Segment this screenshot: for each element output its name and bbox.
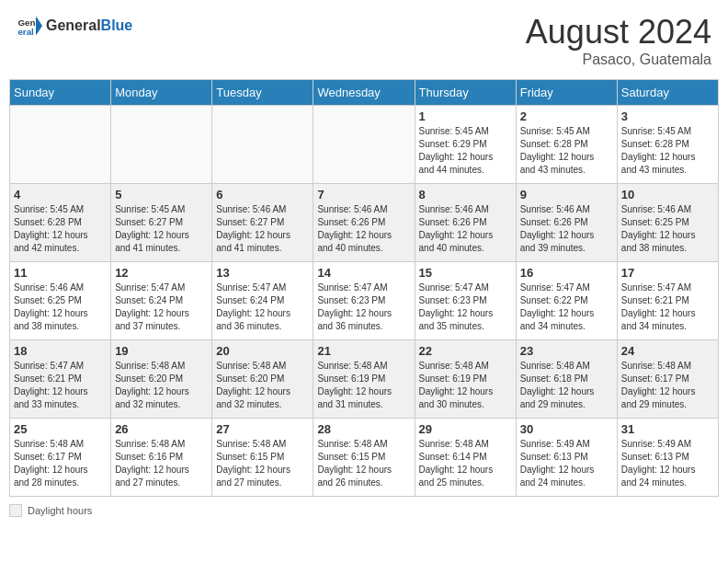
day-number: 23 (520, 344, 613, 358)
col-header-saturday: Saturday (617, 80, 718, 106)
day-info: Sunrise: 5:48 AMSunset: 6:20 PMDaylight:… (216, 360, 309, 411)
logo-icon: Gen eral (17, 13, 42, 39)
day-number: 24 (621, 344, 714, 358)
day-info: Sunrise: 5:46 AMSunset: 6:26 PMDaylight:… (317, 203, 410, 255)
day-number: 28 (317, 422, 410, 436)
day-number: 31 (621, 422, 714, 436)
calendar-cell: 19Sunrise: 5:48 AMSunset: 6:20 PMDayligh… (111, 340, 212, 419)
day-number: 14 (317, 266, 410, 280)
day-info: Sunrise: 5:48 AMSunset: 6:17 PMDaylight:… (14, 438, 107, 489)
day-number: 12 (115, 266, 208, 280)
calendar-cell: 20Sunrise: 5:48 AMSunset: 6:20 PMDayligh… (212, 340, 313, 419)
calendar-cell: 22Sunrise: 5:48 AMSunset: 6:19 PMDayligh… (415, 340, 516, 419)
day-number: 3 (621, 109, 714, 123)
day-number: 8 (419, 188, 512, 201)
day-number: 10 (621, 188, 714, 201)
footer-note-text: Daylight hours (28, 505, 92, 516)
day-number: 2 (520, 109, 613, 123)
day-number: 15 (419, 266, 512, 280)
calendar-header-row: SundayMondayTuesdayWednesdayThursdayFrid… (10, 80, 719, 106)
day-info: Sunrise: 5:48 AMSunset: 6:17 PMDaylight:… (621, 360, 714, 411)
calendar-cell: 12Sunrise: 5:47 AMSunset: 6:24 PMDayligh… (111, 262, 212, 340)
day-number: 16 (520, 266, 613, 280)
day-info: Sunrise: 5:46 AMSunset: 6:26 PMDaylight:… (419, 203, 512, 255)
day-info: Sunrise: 5:48 AMSunset: 6:15 PMDaylight:… (216, 438, 309, 489)
calendar-week-1: 4Sunrise: 5:45 AMSunset: 6:28 PMDaylight… (10, 184, 719, 262)
day-info: Sunrise: 5:47 AMSunset: 6:22 PMDaylight:… (520, 282, 613, 333)
day-number: 25 (14, 422, 107, 436)
calendar-cell: 16Sunrise: 5:47 AMSunset: 6:22 PMDayligh… (516, 262, 617, 340)
calendar-cell: 6Sunrise: 5:46 AMSunset: 6:27 PMDaylight… (212, 184, 313, 262)
day-number: 6 (216, 188, 309, 201)
calendar-cell (10, 106, 111, 184)
calendar-cell (313, 106, 415, 184)
calendar-cell: 26Sunrise: 5:48 AMSunset: 6:16 PMDayligh… (111, 419, 212, 497)
calendar-cell: 13Sunrise: 5:47 AMSunset: 6:24 PMDayligh… (212, 262, 313, 340)
day-info: Sunrise: 5:48 AMSunset: 6:19 PMDaylight:… (419, 360, 512, 411)
day-number: 22 (419, 344, 512, 358)
day-info: Sunrise: 5:47 AMSunset: 6:21 PMDaylight:… (621, 282, 714, 333)
day-info: Sunrise: 5:48 AMSunset: 6:16 PMDaylight:… (115, 438, 208, 489)
calendar-cell: 2Sunrise: 5:45 AMSunset: 6:28 PMDaylight… (516, 106, 617, 184)
logo: Gen eral GeneralBlue (17, 13, 132, 39)
day-info: Sunrise: 5:48 AMSunset: 6:15 PMDaylight:… (317, 438, 410, 489)
calendar-cell: 29Sunrise: 5:48 AMSunset: 6:14 PMDayligh… (415, 419, 516, 497)
day-number: 1 (419, 109, 512, 123)
day-info: Sunrise: 5:47 AMSunset: 6:24 PMDaylight:… (216, 282, 309, 333)
col-header-wednesday: Wednesday (313, 80, 415, 106)
day-info: Sunrise: 5:48 AMSunset: 6:14 PMDaylight:… (419, 438, 512, 489)
day-info: Sunrise: 5:47 AMSunset: 6:21 PMDaylight:… (14, 360, 107, 411)
day-info: Sunrise: 5:45 AMSunset: 6:27 PMDaylight:… (115, 203, 208, 255)
svg-marker-2 (36, 17, 42, 36)
calendar-cell: 17Sunrise: 5:47 AMSunset: 6:21 PMDayligh… (617, 262, 718, 340)
day-number: 27 (216, 422, 309, 436)
page-header: Gen eral GeneralBlue August 2024 Pasaco,… (9, 9, 719, 72)
day-info: Sunrise: 5:48 AMSunset: 6:18 PMDaylight:… (520, 360, 613, 411)
day-number: 20 (216, 344, 309, 358)
calendar-cell: 28Sunrise: 5:48 AMSunset: 6:15 PMDayligh… (313, 419, 415, 497)
col-header-tuesday: Tuesday (212, 80, 313, 106)
day-info: Sunrise: 5:45 AMSunset: 6:29 PMDaylight:… (419, 125, 512, 177)
day-info: Sunrise: 5:49 AMSunset: 6:13 PMDaylight:… (621, 438, 714, 489)
logo-general: General (46, 17, 101, 33)
footer-note: Daylight hours (9, 504, 719, 517)
calendar-cell: 8Sunrise: 5:46 AMSunset: 6:26 PMDaylight… (415, 184, 516, 262)
day-number: 4 (14, 188, 107, 201)
day-number: 26 (115, 422, 208, 436)
logo-blue: Blue (101, 17, 133, 33)
calendar-cell: 5Sunrise: 5:45 AMSunset: 6:27 PMDaylight… (111, 184, 212, 262)
day-info: Sunrise: 5:45 AMSunset: 6:28 PMDaylight:… (14, 203, 107, 255)
col-header-monday: Monday (111, 80, 212, 106)
calendar-cell: 1Sunrise: 5:45 AMSunset: 6:29 PMDaylight… (415, 106, 516, 184)
calendar-cell (111, 106, 212, 184)
day-info: Sunrise: 5:46 AMSunset: 6:27 PMDaylight:… (216, 203, 309, 255)
day-number: 13 (216, 266, 309, 280)
calendar-week-0: 1Sunrise: 5:45 AMSunset: 6:29 PMDaylight… (10, 106, 719, 184)
calendar-cell: 10Sunrise: 5:46 AMSunset: 6:25 PMDayligh… (617, 184, 718, 262)
day-info: Sunrise: 5:48 AMSunset: 6:19 PMDaylight:… (317, 360, 410, 411)
day-info: Sunrise: 5:47 AMSunset: 6:23 PMDaylight:… (419, 282, 512, 333)
calendar-cell: 25Sunrise: 5:48 AMSunset: 6:17 PMDayligh… (10, 419, 111, 497)
calendar-table: SundayMondayTuesdayWednesdayThursdayFrid… (9, 79, 719, 497)
title-block: August 2024 Pasaco, Guatemala (526, 13, 711, 68)
calendar-cell: 7Sunrise: 5:46 AMSunset: 6:26 PMDaylight… (313, 184, 415, 262)
main-title: August 2024 (526, 13, 711, 52)
svg-text:eral: eral (17, 27, 34, 37)
day-number: 7 (317, 188, 410, 201)
calendar-cell (212, 106, 313, 184)
day-number: 19 (115, 344, 208, 358)
calendar-week-3: 18Sunrise: 5:47 AMSunset: 6:21 PMDayligh… (10, 340, 719, 419)
subtitle: Pasaco, Guatemala (526, 52, 711, 68)
calendar-cell: 24Sunrise: 5:48 AMSunset: 6:17 PMDayligh… (617, 340, 718, 419)
day-info: Sunrise: 5:47 AMSunset: 6:24 PMDaylight:… (115, 282, 208, 333)
footer-note-box (9, 504, 22, 517)
day-info: Sunrise: 5:46 AMSunset: 6:25 PMDaylight:… (621, 203, 714, 255)
calendar-cell: 31Sunrise: 5:49 AMSunset: 6:13 PMDayligh… (617, 419, 718, 497)
calendar-cell: 3Sunrise: 5:45 AMSunset: 6:28 PMDaylight… (617, 106, 718, 184)
calendar-cell: 21Sunrise: 5:48 AMSunset: 6:19 PMDayligh… (313, 340, 415, 419)
calendar-cell: 18Sunrise: 5:47 AMSunset: 6:21 PMDayligh… (10, 340, 111, 419)
calendar-cell: 4Sunrise: 5:45 AMSunset: 6:28 PMDaylight… (10, 184, 111, 262)
calendar-cell: 30Sunrise: 5:49 AMSunset: 6:13 PMDayligh… (516, 419, 617, 497)
calendar-cell: 23Sunrise: 5:48 AMSunset: 6:18 PMDayligh… (516, 340, 617, 419)
calendar-cell: 15Sunrise: 5:47 AMSunset: 6:23 PMDayligh… (415, 262, 516, 340)
